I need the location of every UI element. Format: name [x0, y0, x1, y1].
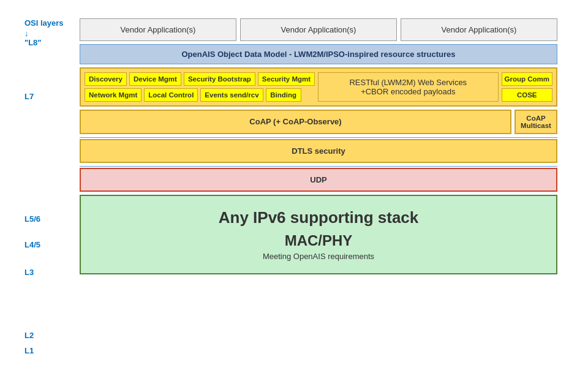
- vendor-row: Vendor Application(s) Vendor Application…: [80, 18, 557, 41]
- osi-label: OSI layers ↓ "L8": [24, 18, 74, 48]
- l7-container: Discovery Device Mgmt Security Bootstrap…: [80, 67, 557, 107]
- events-send-rcv-box: Events send/rcv: [200, 88, 263, 102]
- divider-l56: [80, 137, 557, 138]
- layer-l56: L5/6: [24, 214, 40, 224]
- security-bootstrap-box: Security Bootstrap: [184, 72, 255, 86]
- osi-l8-label: "L8": [24, 38, 74, 48]
- l7-left: Discovery Device Mgmt Security Bootstrap…: [85, 72, 315, 102]
- layer-l1: L1: [24, 346, 34, 355]
- dtls-main: DTLS security: [80, 139, 557, 163]
- ipv6-text: Any IPv6 supporting stack: [87, 208, 550, 227]
- stack: Vendor Application(s) Vendor Application…: [80, 18, 557, 274]
- layer-l3: L3: [24, 268, 34, 277]
- udp-row: UDP: [80, 168, 557, 192]
- mac-title: MAC/PHY: [87, 232, 550, 249]
- osi-title-text: OSI layers: [24, 18, 74, 29]
- divider-l45: [80, 166, 557, 167]
- restful-line2: +CBOR encoded payloads: [361, 87, 455, 96]
- osi-arrow: ↓: [24, 29, 74, 38]
- security-mgmt-box: Security Mgmt: [258, 72, 315, 86]
- discovery-box: Discovery: [85, 72, 127, 86]
- layer-l7: L7: [24, 92, 34, 101]
- layer-l2: L2: [24, 331, 34, 340]
- vendor-app-2: Vendor Application(s): [240, 18, 397, 41]
- green-section: Any IPv6 supporting stack MAC/PHY Meetin…: [80, 195, 557, 274]
- dtls-row: DTLS security: [80, 139, 557, 163]
- coap-main: CoAP (+ CoAP-Observe): [80, 110, 511, 134]
- binding-box: Binding: [266, 88, 301, 102]
- coap-multicast-text: CoAPMulticast: [521, 115, 551, 129]
- cose-box: COSE: [502, 88, 552, 102]
- l7-row1: Discovery Device Mgmt Security Bootstrap…: [85, 72, 315, 86]
- restful-line1: RESTful (LWM2M) Web Services: [349, 78, 467, 87]
- vendor-app-1: Vendor Application(s): [80, 18, 236, 41]
- mac-subtitle: Meeting OpenAIS requirements: [87, 252, 550, 261]
- openais-row: OpenAIS Object Data Model - LWM2M/IPSO-i…: [80, 44, 557, 64]
- coap-multicast: CoAPMulticast: [514, 110, 557, 134]
- diagram-container: OSI layers ↓ "L8" L7 L5/6 L4/5 L3 L2 L1 …: [24, 18, 564, 374]
- device-mgmt-box: Device Mgmt: [129, 72, 181, 86]
- coap-row: CoAP (+ CoAP-Observe) CoAPMulticast: [80, 110, 557, 134]
- layer-l45: L4/5: [24, 240, 40, 249]
- network-mgmt-box: Network Mgmt: [85, 88, 141, 102]
- restful-box: RESTful (LWM2M) Web Services +CBOR encod…: [318, 72, 498, 102]
- l7-row2: Network Mgmt Local Control Events send/r…: [85, 88, 315, 102]
- vendor-app-3: Vendor Application(s): [401, 18, 557, 41]
- group-comm-box: Group Comm: [502, 72, 552, 86]
- l7-right: Group Comm COSE: [502, 72, 552, 102]
- l7-inner: Discovery Device Mgmt Security Bootstrap…: [85, 72, 552, 102]
- local-control-box: Local Control: [144, 88, 198, 102]
